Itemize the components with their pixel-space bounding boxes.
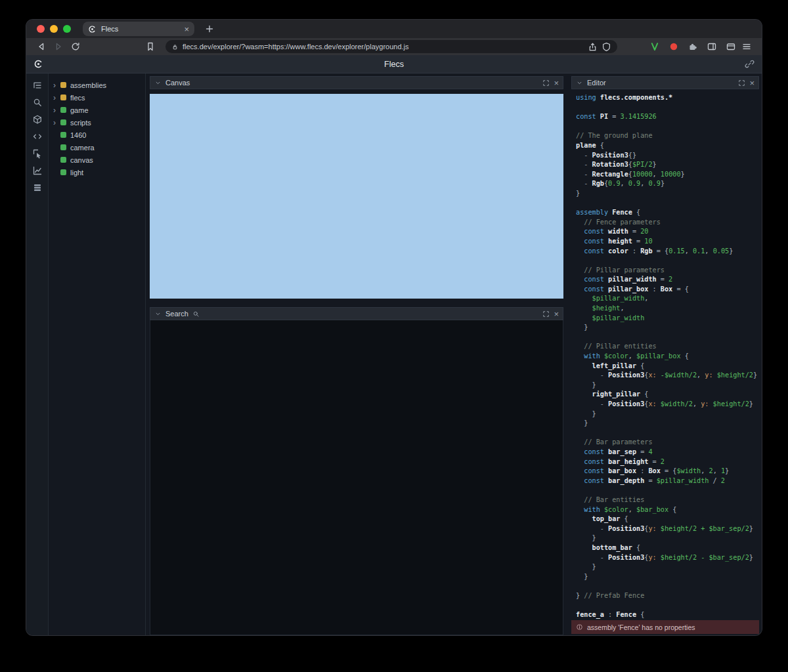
code-line: - Position3{y: $height/2 - $bar_sep/2} (576, 553, 759, 563)
forward-button[interactable] (50, 39, 67, 54)
expand-arrow-icon[interactable]: › (53, 94, 59, 102)
tree-item-camera[interactable]: camera (49, 141, 145, 154)
menu-button[interactable] (738, 39, 755, 54)
entity-color-swatch (60, 94, 66, 100)
maximize-icon[interactable] (738, 79, 745, 87)
expand-arrow-icon[interactable]: › (53, 81, 59, 89)
code-line: const bar_depth = $pillar_width / 2 (576, 476, 759, 486)
browser-tab-strip: Flecs × (26, 20, 762, 38)
reload-button[interactable] (67, 39, 84, 54)
share-icon[interactable] (588, 42, 598, 52)
close-icon[interactable]: × (749, 79, 755, 87)
code-line (576, 103, 759, 113)
code-line: - Position3{x: -$width/2, y: $height/2} (576, 371, 759, 381)
tree-item-canvas[interactable]: canvas (49, 154, 145, 166)
code-line: - Rgb{0.9, 0.9, 0.9} (576, 179, 759, 189)
tab-title: Flecs (101, 25, 179, 33)
code-line: const height = 10 (576, 237, 759, 247)
canvas-panel-header: Canvas × (150, 76, 563, 89)
sidebar-entities-icon[interactable] (30, 114, 45, 125)
main-content: ›assemblies›flecs›game›scripts1460camera… (26, 74, 762, 635)
close-icon[interactable]: × (554, 79, 559, 87)
tree-item-label: game (70, 106, 89, 114)
canvas-viewport[interactable] (150, 94, 563, 299)
tree-item-flecs[interactable]: ›flecs (49, 91, 145, 104)
tree-item-label: 1460 (70, 131, 86, 139)
tab-close-icon[interactable]: × (184, 25, 189, 33)
sidebar-extension-icon[interactable] (705, 39, 719, 54)
code-line: plane { (576, 141, 759, 151)
tree-item-1460[interactable]: 1460 (49, 129, 145, 141)
flecs-favicon-icon (88, 25, 97, 33)
new-tab-button[interactable] (202, 22, 217, 36)
search-results-area[interactable] (150, 320, 563, 635)
code-line: - Position3{y: $height/2 + $bar_sep/2} (576, 524, 759, 534)
code-line: $pillar_width (576, 314, 759, 324)
wallet-extension-icon[interactable] (724, 39, 738, 54)
back-button[interactable] (33, 39, 50, 54)
code-line: const pillar_width = 2 (576, 275, 759, 285)
code-line: // Pillar entities (576, 342, 759, 352)
tree-item-game[interactable]: ›game (49, 104, 145, 116)
code-line: const width = 20 (576, 227, 759, 237)
code-line: } (576, 189, 759, 199)
code-line (576, 581, 759, 591)
chevron-down-icon[interactable] (576, 79, 583, 87)
code-line: const color : Rgb = {0.15, 0.1, 0.05} (576, 247, 759, 257)
flecs-logo-icon[interactable] (33, 59, 43, 69)
address-bar[interactable]: flecs.dev/explorer/?wasm=https://www.fle… (165, 40, 617, 53)
sidebar-chart-icon[interactable] (30, 165, 45, 176)
code-line (576, 333, 759, 343)
tree-item-scripts[interactable]: ›scripts (49, 116, 145, 129)
code-line: } (576, 572, 759, 582)
tree-item-assemblies[interactable]: ›assemblies (49, 79, 145, 91)
center-column: Canvas × Search × (146, 74, 567, 635)
entity-color-swatch (60, 169, 66, 175)
brave-v-extension-icon[interactable] (647, 39, 662, 54)
tree-item-light[interactable]: light (49, 166, 145, 178)
info-icon (576, 623, 583, 631)
code-line: const bar_sep = 4 (576, 448, 759, 457)
expand-arrow-icon[interactable]: › (53, 106, 59, 114)
sidebar-search-icon[interactable] (30, 97, 45, 108)
code-line (576, 429, 759, 438)
minimize-window-button[interactable] (50, 25, 58, 33)
chevron-down-icon[interactable] (154, 79, 162, 87)
code-line: } (576, 534, 759, 543)
tree-item-label: canvas (70, 156, 93, 164)
link-icon[interactable] (745, 59, 755, 69)
code-line: - Position3{} (576, 151, 759, 161)
sidebar-tree-view-icon[interactable] (30, 80, 45, 91)
code-editor[interactable]: using flecs.components.*const PI = 3.141… (571, 89, 759, 620)
code-line: // Bar parameters (576, 438, 759, 448)
entity-color-swatch (60, 157, 66, 163)
tree-item-label: assemblies (70, 81, 106, 89)
puzzle-extension-icon[interactable] (686, 39, 700, 54)
code-line: } (576, 419, 759, 429)
code-line (576, 486, 759, 495)
sidebar-inspect-icon[interactable] (30, 148, 45, 159)
chevron-down-icon[interactable] (154, 310, 162, 318)
expand-arrow-icon[interactable]: › (53, 119, 59, 127)
bookmark-icon[interactable] (142, 39, 159, 54)
browser-tab[interactable]: Flecs × (83, 22, 194, 36)
code-line: // The ground plane (576, 131, 759, 141)
code-line: - Position3{x: $width/2, y: $height/2} (576, 400, 759, 410)
maximize-icon[interactable] (542, 310, 550, 318)
code-line (576, 199, 759, 209)
code-line: - Rotation3{$PI/2} (576, 160, 759, 170)
url-text[interactable]: flecs.dev/explorer/?wasm=https://www.fle… (183, 43, 584, 51)
shield-icon[interactable] (602, 42, 611, 52)
code-line: // Bar entities (576, 495, 759, 505)
close-window-button[interactable] (37, 25, 45, 33)
zoom-window-button[interactable] (63, 25, 71, 33)
code-line: left_pillar { (576, 362, 759, 371)
maximize-icon[interactable] (542, 79, 550, 87)
code-line (576, 600, 759, 610)
entity-color-swatch (60, 144, 66, 150)
sidebar-code-icon[interactable] (30, 131, 45, 142)
sidebar-stack-icon[interactable] (30, 182, 45, 193)
code-line: with $color, $pillar_box { (576, 352, 759, 362)
adblock-dot-extension-icon[interactable] (667, 39, 681, 54)
close-icon[interactable]: × (554, 310, 559, 318)
